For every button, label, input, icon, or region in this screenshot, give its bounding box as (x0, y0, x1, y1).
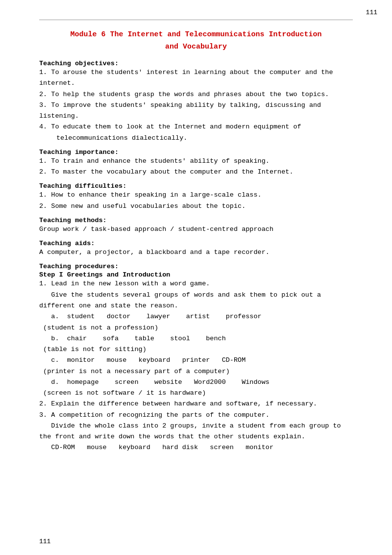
main-title-line1: Module 6 The Internet and Telecommunicat… (39, 29, 353, 41)
teaching-methods-section: Teaching methods: Group work / task-base… (39, 217, 353, 235)
teaching-importance-content: 1. To train and enhance the students' ab… (39, 156, 353, 178)
teaching-procedures-label: Teaching procedures: (39, 263, 353, 270)
teaching-methods-content: Group work / task-based approach / stude… (39, 224, 353, 235)
teaching-methods-label: Teaching methods: (39, 217, 353, 224)
teaching-aids-content: A computer, a projector, a blackboard an… (39, 247, 353, 258)
step-1-title: Step I Greetings and Introduction (39, 271, 353, 278)
teaching-procedures-section: Teaching procedures: Step I Greetings an… (39, 263, 353, 453)
teaching-aids-section: Teaching aids: A computer, a projector, … (39, 240, 353, 258)
teaching-objectives-section: Teaching objectives: 1. To arouse the st… (39, 60, 353, 144)
teaching-objectives-item-1: 1. To arouse the students' interest in l… (39, 67, 353, 144)
top-divider (39, 20, 353, 20)
teaching-importance-label: Teaching importance: (39, 149, 353, 156)
teaching-objectives-label: Teaching objectives: (39, 60, 353, 67)
teaching-difficulties-label: Teaching difficulties: (39, 182, 353, 190)
teaching-difficulties-section: Teaching difficulties: 1. How to enhance… (39, 182, 353, 212)
teaching-aids-label: Teaching aids: (39, 240, 353, 247)
teaching-difficulties-content: 1. How to enhance their speaking in a la… (39, 190, 353, 212)
main-title-line2: and Vocabulary (39, 43, 353, 51)
step-1-content: 1. Lead in the new lesson with a word ga… (39, 278, 353, 453)
page-number-bottom: 111 (39, 538, 50, 545)
teaching-importance-section: Teaching importance: 1. To train and enh… (39, 149, 353, 178)
page: 111 Module 6 The Internet and Telecommun… (0, 0, 392, 555)
page-number-top: 111 (366, 9, 377, 16)
